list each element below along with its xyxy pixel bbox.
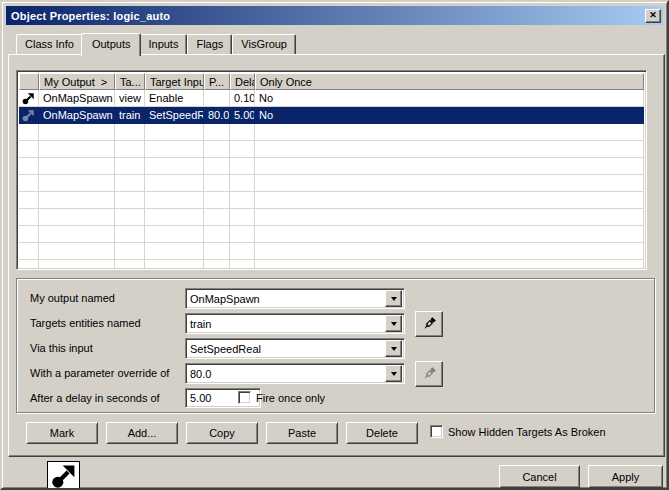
cell-my-output: OnMapSpawn	[39, 107, 115, 124]
fire-once-checkbox[interactable]	[238, 391, 251, 404]
cell-parameter: 80.0	[204, 107, 230, 124]
column-header-delay[interactable]: Delay	[230, 73, 255, 90]
my-output-label: My output named	[30, 292, 115, 304]
pick-parameter-button-disabled	[415, 361, 443, 387]
output-connection-icon	[19, 90, 39, 107]
column-header-target[interactable]: Ta...	[115, 73, 145, 90]
empty-row	[19, 175, 644, 192]
tab-visgroup[interactable]: VisGroup	[232, 34, 296, 54]
column-header-target-input[interactable]: Target Input	[145, 73, 204, 90]
parameter-combo[interactable]: 80.0	[185, 363, 405, 384]
empty-row	[19, 209, 644, 226]
cell-only-once: No	[255, 107, 644, 124]
cell-target: view	[115, 90, 145, 107]
delete-button[interactable]: Delete	[346, 422, 418, 444]
empty-row	[19, 243, 644, 260]
paste-button[interactable]: Paste	[266, 422, 338, 444]
outputs-table-header: My Output > Ta... Target Input P... Dela…	[19, 73, 644, 90]
copy-button[interactable]: Copy	[186, 422, 258, 444]
empty-row	[19, 158, 644, 175]
via-input-label: Via this input	[30, 342, 93, 354]
column-header-parameter[interactable]: P...	[204, 73, 230, 90]
empty-row	[19, 226, 644, 243]
tab-class-info[interactable]: Class Info	[16, 34, 83, 54]
dropdown-button[interactable]	[385, 290, 402, 307]
show-hidden-label: Show Hidden Targets As Broken	[448, 426, 606, 438]
column-header-only-once[interactable]: Only Once	[255, 73, 644, 90]
show-hidden-checkbox[interactable]	[430, 425, 443, 438]
eyedropper-icon	[421, 366, 437, 382]
cell-target-input: SetSpeedReal	[145, 107, 204, 124]
apply-button[interactable]: Apply	[588, 465, 663, 488]
dropdown-button[interactable]	[385, 365, 402, 382]
output-row[interactable]: OnMapSpawn train SetSpeedReal 80.0 5.00 …	[19, 107, 644, 124]
cell-my-output: OnMapSpawn	[39, 90, 115, 107]
output-row[interactable]: OnMapSpawn view Enable 0.10 No	[19, 90, 644, 107]
output-arrow-icon	[51, 463, 77, 489]
tab-flags[interactable]: Flags	[187, 34, 232, 54]
pick-entity-button[interactable]	[415, 311, 443, 337]
via-input-combo[interactable]: SetSpeedReal	[185, 338, 405, 359]
my-output-value: OnMapSpawn	[190, 293, 260, 305]
parameter-value: 80.0	[190, 368, 211, 380]
outputs-table[interactable]: My Output > Ta... Target Input P... Dela…	[16, 70, 647, 270]
chevron-down-icon	[391, 372, 397, 379]
close-icon: ✕	[649, 11, 657, 20]
output-icon-well	[47, 461, 80, 490]
titlebar[interactable]: Object Properties: logic_auto ✕	[6, 6, 663, 25]
delay-label: After a delay in seconds of	[30, 392, 160, 404]
column-header-my-output[interactable]: My Output >	[39, 73, 115, 90]
cell-target-input: Enable	[145, 90, 204, 107]
dropdown-button[interactable]	[385, 340, 402, 357]
column-header-icon[interactable]	[19, 73, 39, 90]
parameter-label: With a parameter override of	[30, 367, 169, 379]
object-properties-dialog: Object Properties: logic_auto ✕ Class In…	[0, 0, 669, 490]
via-input-value: SetSpeedReal	[190, 343, 261, 355]
targets-combo[interactable]: train	[185, 313, 405, 334]
tab-strip: Class Info Outputs Inputs Flags VisGroup	[16, 31, 296, 54]
empty-row	[19, 260, 644, 270]
tab-inputs[interactable]: Inputs	[139, 34, 187, 54]
chevron-down-icon	[391, 347, 397, 354]
chevron-down-icon	[391, 322, 397, 329]
add-button[interactable]: Add...	[106, 422, 178, 444]
my-output-combo[interactable]: OnMapSpawn	[185, 288, 405, 309]
empty-row	[19, 192, 644, 209]
cell-only-once: No	[255, 90, 644, 107]
cancel-button[interactable]: Cancel	[499, 465, 580, 488]
cell-parameter	[204, 90, 230, 107]
cell-target: train	[115, 107, 145, 124]
fire-once-label: Fire once only	[256, 392, 325, 404]
output-connection-icon	[19, 107, 39, 124]
empty-row	[19, 141, 644, 158]
chevron-down-icon	[391, 297, 397, 304]
eyedropper-icon	[421, 316, 437, 332]
mark-button[interactable]: Mark	[26, 422, 98, 444]
cell-delay: 5.00	[230, 107, 255, 124]
window-title: Object Properties: logic_auto	[11, 10, 170, 22]
dropdown-button[interactable]	[385, 315, 402, 332]
cell-delay: 0.10	[230, 90, 255, 107]
targets-value: train	[190, 318, 211, 330]
tab-outputs[interactable]: Outputs	[81, 33, 142, 56]
outputs-table-body: OnMapSpawn view Enable 0.10 No OnMapSpaw…	[19, 90, 644, 270]
empty-row	[19, 124, 644, 141]
close-button[interactable]: ✕	[645, 9, 661, 23]
targets-label: Targets entities named	[30, 317, 141, 329]
